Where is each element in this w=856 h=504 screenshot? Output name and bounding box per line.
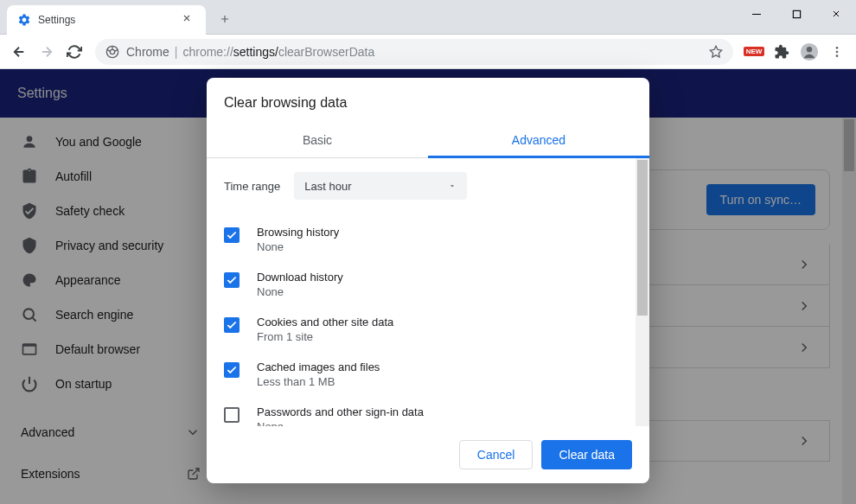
dialog-body: Time range Last hour Browsing historyNon… — [207, 158, 649, 426]
check-item[interactable]: Download historyNone — [224, 262, 646, 307]
profile-avatar-icon[interactable] — [797, 40, 821, 64]
cancel-button[interactable]: Cancel — [459, 440, 533, 469]
address-bar[interactable]: Chrome | chrome://settings/clearBrowserD… — [95, 39, 733, 65]
chrome-site-icon — [105, 45, 119, 59]
time-range-label: Time range — [224, 180, 280, 193]
checkbox[interactable] — [224, 317, 240, 333]
check-item-subtitle: Less than 1 MB — [257, 375, 380, 388]
dialog-tabs: Basic Advanced — [207, 123, 649, 158]
window-titlebar: Settings — [0, 0, 856, 35]
dialog-title: Clear browsing data — [207, 78, 649, 123]
new-badge-icon[interactable]: NEW — [742, 40, 766, 64]
check-item[interactable]: Browsing historyNone — [224, 217, 646, 262]
svg-point-8 — [836, 50, 839, 53]
omnibox-url: chrome://settings/clearBrowserData — [182, 45, 374, 59]
omnibox-text: Chrome | chrome://settings/clearBrowserD… — [126, 45, 374, 59]
new-tab-button[interactable] — [213, 7, 237, 31]
checkbox[interactable] — [224, 227, 240, 243]
check-item-title: Cookies and other site data — [257, 316, 393, 329]
svg-rect-0 — [752, 14, 761, 15]
time-range-value: Last hour — [304, 180, 351, 193]
window-controls — [737, 0, 856, 28]
check-item[interactable]: Passwords and other sign-in dataNone — [224, 397, 646, 426]
time-range-row: Time range Last hour — [224, 172, 646, 200]
svg-point-7 — [836, 47, 839, 49]
menu-dots-icon[interactable] — [825, 40, 849, 64]
dialog-scrollbar-thumb[interactable] — [637, 160, 648, 316]
check-item-subtitle: None — [257, 240, 339, 253]
tab-basic[interactable]: Basic — [207, 123, 428, 157]
dialog-footer: Cancel Clear data — [207, 426, 649, 483]
bookmark-star-icon[interactable] — [709, 45, 723, 59]
browser-toolbar: Chrome | chrome://settings/clearBrowserD… — [0, 35, 856, 69]
check-item-title: Browsing history — [257, 226, 339, 239]
svg-rect-1 — [793, 10, 800, 17]
checkbox[interactable] — [224, 362, 240, 378]
browser-tab[interactable]: Settings — [7, 5, 206, 35]
maximize-button[interactable] — [776, 0, 816, 28]
check-item-title: Cached images and files — [257, 360, 380, 373]
settings-gear-icon — [17, 13, 31, 27]
svg-marker-4 — [710, 46, 721, 57]
clear-browsing-data-dialog: Clear browsing data Basic Advanced Time … — [207, 78, 649, 483]
extensions-icon[interactable] — [770, 40, 794, 64]
checkbox[interactable] — [224, 272, 240, 288]
clear-data-button[interactable]: Clear data — [541, 440, 632, 469]
svg-point-3 — [110, 49, 114, 54]
check-item-title: Download history — [257, 271, 343, 284]
forward-button[interactable] — [35, 40, 59, 64]
svg-point-9 — [836, 54, 839, 57]
omnibox-chrome-label: Chrome — [126, 45, 169, 59]
check-item[interactable]: Cached images and filesLess than 1 MB — [224, 352, 646, 397]
check-item[interactable]: Cookies and other site dataFrom 1 site — [224, 307, 646, 352]
minimize-button[interactable] — [737, 0, 776, 28]
check-item-subtitle: None — [257, 420, 424, 426]
dialog-scrollbar[interactable] — [636, 158, 649, 426]
checkbox[interactable] — [224, 407, 240, 423]
check-item-subtitle: From 1 site — [257, 330, 393, 343]
time-range-select[interactable]: Last hour — [294, 172, 467, 200]
check-item-subtitle: None — [257, 285, 343, 298]
close-tab-icon[interactable] — [182, 13, 195, 27]
dropdown-arrow-icon — [448, 182, 457, 190]
svg-point-6 — [807, 47, 812, 52]
check-item-title: Passwords and other sign-in data — [257, 405, 424, 418]
tab-title: Settings — [38, 14, 175, 26]
reload-button[interactable] — [62, 40, 86, 64]
back-button[interactable] — [7, 40, 31, 64]
tab-advanced[interactable]: Advanced — [428, 123, 649, 157]
omnibox-separator: | — [175, 45, 178, 59]
close-window-button[interactable] — [816, 0, 856, 28]
